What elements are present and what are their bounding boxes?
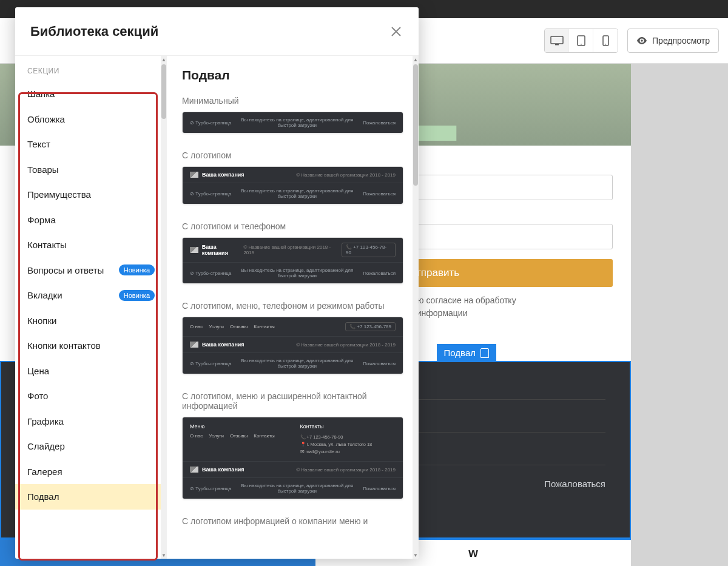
sidebar-item-9[interactable]: Кнопки xyxy=(15,308,167,334)
sidebar-item-label: Преимущества xyxy=(27,189,91,201)
device-tablet-button[interactable] xyxy=(569,29,593,52)
scroll-up-icon[interactable]: ▲ xyxy=(413,56,419,63)
scroll-thumb[interactable] xyxy=(161,64,166,119)
sidebar-item-11[interactable]: Цена xyxy=(15,359,167,384)
sidebar-item-label: Подвал xyxy=(27,491,59,503)
sidebar-header: СЕКЦИИ xyxy=(15,67,167,81)
variant-card-4[interactable]: МенюО насУслугиОтзывыКонтактыКонтакты📞 +… xyxy=(182,417,403,499)
section-tag-label: Подвал xyxy=(444,348,476,358)
content-scrollbar[interactable]: ▲ ▼ xyxy=(413,56,419,559)
svg-rect-1 xyxy=(555,44,559,45)
sidebar-item-label: Текст xyxy=(27,138,50,150)
sidebar-item-label: Обложка xyxy=(27,113,65,126)
device-mobile-button[interactable] xyxy=(593,29,618,52)
sections-library-modal: Библиотека секций СЕКЦИИ ШапкаОбложкаТек… xyxy=(15,7,419,559)
sidebar-item-label: Фото xyxy=(27,390,48,402)
scroll-thumb[interactable] xyxy=(413,64,418,186)
variant-label: С логотипом xyxy=(182,150,403,160)
sidebar-item-label: Галерея xyxy=(27,466,62,478)
scroll-down-icon[interactable]: ▼ xyxy=(413,551,419,559)
section-tag[interactable]: Подвал xyxy=(437,344,496,362)
sidebar-item-label: Товары xyxy=(27,164,59,176)
sidebar-item-label: Кнопки xyxy=(27,315,56,327)
sidebar-item-14[interactable]: Слайдер xyxy=(15,434,167,459)
sidebar-item-7[interactable]: Вопросы и ответыНовинка xyxy=(15,258,167,283)
sidebar-item-0[interactable]: Шапка xyxy=(15,81,167,107)
preview-label: Предпросмотр xyxy=(652,36,710,45)
variant-card-0[interactable]: ⊘ Турбо-страницаВы находитесь на страниц… xyxy=(182,112,403,133)
variant-label: С логотипом и телефоном xyxy=(182,221,403,231)
variant-label: Минимальный xyxy=(182,96,403,106)
sidebar-item-5[interactable]: Форма xyxy=(15,207,167,233)
preview-button[interactable]: Предпросмотр xyxy=(627,29,719,53)
svg-point-6 xyxy=(641,39,643,42)
sidebar-item-label: Вкладки xyxy=(27,289,62,302)
sidebar-item-8[interactable]: ВкладкиНовинка xyxy=(15,283,167,308)
sections-sidebar: СЕКЦИИ ШапкаОбложкаТекстТоварыПреимущест… xyxy=(15,56,167,559)
variant-label: С логотипом, меню, телефоном и режимом р… xyxy=(182,301,403,311)
sidebar-item-label: Кнопки контактов xyxy=(27,340,101,352)
modal-title: Библиотека секций xyxy=(30,24,158,39)
sidebar-item-10[interactable]: Кнопки контактов xyxy=(15,333,167,359)
close-icon[interactable] xyxy=(389,24,403,39)
sidebar-scrollbar[interactable]: ▲ ▼ xyxy=(161,56,167,559)
sidebar-item-4[interactable]: Преимущества xyxy=(15,182,167,207)
device-switcher xyxy=(544,29,618,53)
bookmark-icon xyxy=(480,348,489,358)
sidebar-item-6[interactable]: Контакты xyxy=(15,232,167,258)
sidebar-item-15[interactable]: Галерея xyxy=(15,459,167,485)
sidebar-item-1[interactable]: Обложка xyxy=(15,107,167,132)
new-badge: Новинка xyxy=(119,290,155,301)
svg-point-5 xyxy=(605,44,606,45)
sidebar-item-label: Шапка xyxy=(27,88,55,100)
svg-point-3 xyxy=(581,44,582,45)
variant-card-2[interactable]: Ваша компания© Название вашей организаци… xyxy=(182,237,403,284)
vk-icon: w xyxy=(468,546,478,560)
variant-card-1[interactable]: Ваша компания© Название вашей организаци… xyxy=(182,166,403,204)
sidebar-item-label: Вопросы и ответы xyxy=(27,264,104,277)
sidebar-item-label: Слайдер xyxy=(27,440,65,453)
footer-complain[interactable]: Пожаловаться xyxy=(544,479,605,489)
device-desktop-button[interactable] xyxy=(545,29,569,52)
sidebar-item-13[interactable]: Графика xyxy=(15,409,167,434)
svg-rect-0 xyxy=(551,36,563,44)
eye-icon xyxy=(636,37,647,44)
content-title: Подвал xyxy=(182,68,403,83)
sidebar-item-label: Форма xyxy=(27,214,56,226)
sidebar-item-label: Цена xyxy=(27,365,49,377)
variant-card-3[interactable]: О насУслугиОтзывыКонтакты📞 +7 123-456-78… xyxy=(182,317,403,374)
sidebar-item-2[interactable]: Текст xyxy=(15,132,167,157)
sidebar-item-label: Графика xyxy=(27,416,64,428)
new-badge: Новинка xyxy=(119,264,155,275)
sidebar-item-3[interactable]: Товары xyxy=(15,157,167,183)
variant-label: С логотипом, меню и расширенной контактн… xyxy=(182,391,403,411)
variant-label: С логотипом информацией о компании меню … xyxy=(182,516,403,526)
sidebar-item-16[interactable]: Подвал xyxy=(15,484,167,510)
modal-header: Библиотека секций xyxy=(15,7,419,56)
scroll-down-icon[interactable]: ▼ xyxy=(161,551,167,559)
variants-panel: Подвал Минимальный⊘ Турбо-страницаВы нах… xyxy=(167,56,419,559)
sidebar-item-label: Контакты xyxy=(27,239,67,251)
sidebar-item-12[interactable]: Фото xyxy=(15,383,167,409)
scroll-up-icon[interactable]: ▲ xyxy=(161,56,167,63)
